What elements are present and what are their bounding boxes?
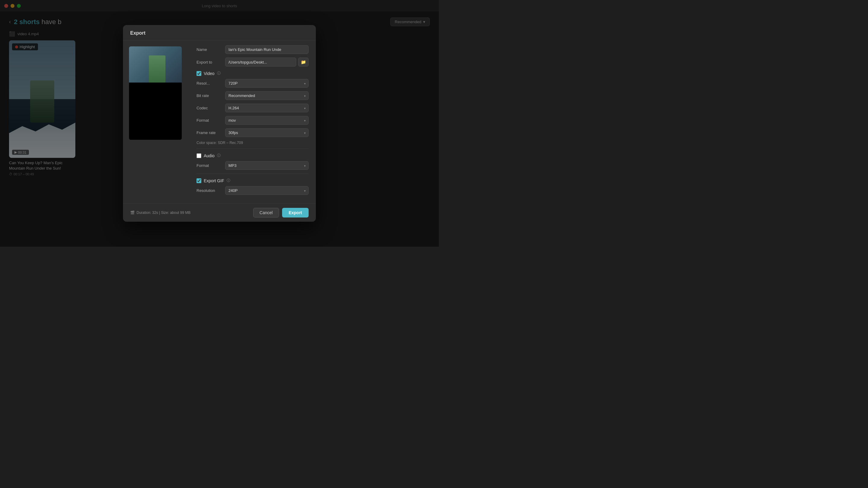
gif-section-header: Export GIF ⓘ [196,178,309,183]
folder-icon: 📁 [301,60,306,64]
gif-resolution-field-row: Resolution 240P 480P 360P ▾ [196,186,309,195]
resolution-select[interactable]: 720P 1080P 480P 360P [225,79,309,88]
gif-section-label: Export GIF [204,178,224,183]
video-checkbox[interactable] [196,71,201,76]
dialog-header: Export [123,25,316,40]
framerate-label: Frame rate [196,130,222,135]
name-label: Name [196,47,222,52]
name-field-row: Name [196,45,309,54]
framerate-field-row: Frame rate 30fps 24fps 60fps ▾ [196,128,309,137]
format-label: Format [196,118,222,123]
bitrate-label: Bit rate [196,93,222,98]
preview-bottom [129,83,182,140]
audio-info-icon: ⓘ [217,153,221,158]
resolution-select-wrapper: 720P 1080P 480P 360P ▾ [225,79,309,88]
modal-overlay: Export Name [0,0,439,247]
gif-info-icon: ⓘ [227,178,230,183]
divider-2 [196,173,309,174]
format-select[interactable]: mov mp4 avi [225,116,309,125]
dialog-footer: 🎬 Duration: 32s | Size: about 99 MB Canc… [123,203,316,222]
format-select-wrapper: mov mp4 avi ▾ [225,116,309,125]
gif-resolution-select[interactable]: 240P 480P 360P [225,186,309,195]
name-input[interactable] [225,45,309,54]
resolution-label: Resol... [196,81,222,86]
divider-1 [196,149,309,149]
video-info-icon: ⓘ [217,71,221,76]
gif-checkbox[interactable] [196,178,201,183]
settings-panel[interactable]: Name Export to 📁 Video [189,40,316,203]
cancel-button[interactable]: Cancel [253,208,279,218]
audio-section-label: Audio [204,153,215,158]
audio-format-label: Format [196,163,222,168]
duration-info: 🎬 Duration: 32s | Size: about 99 MB [130,210,190,215]
video-section-header: Video ⓘ [196,71,309,76]
audio-format-select-wrapper: MP3 AAC WAV ▾ [225,161,309,170]
framerate-select-wrapper: 30fps 24fps 60fps ▾ [225,128,309,137]
preview-panel [123,40,189,203]
audio-section-header: Audio ⓘ [196,153,309,158]
audio-format-select[interactable]: MP3 AAC WAV [225,161,309,170]
gif-resolution-select-wrapper: 240P 480P 360P ▾ [225,186,309,195]
format-field-row: Format mov mp4 avi ▾ [196,116,309,125]
film-icon: 🎬 [130,210,135,215]
gif-resolution-label: Resolution [196,188,222,193]
bitrate-select[interactable]: Recommended High Low [225,91,309,100]
video-section-label: Video [204,71,215,76]
folder-browse-button[interactable]: 📁 [298,58,309,67]
export-to-label: Export to [196,60,222,64]
codec-label: Codec [196,106,222,110]
dialog-title: Export [130,30,146,36]
export-to-input-group: 📁 [225,58,309,67]
codec-field-row: Codec H.264 H.265 ProRes ▾ [196,104,309,112]
export-dialog: Export Name [123,25,316,222]
audio-format-field-row: Format MP3 AAC WAV ▾ [196,161,309,170]
audio-checkbox[interactable] [196,153,201,158]
bitrate-field-row: Bit rate Recommended High Low ▾ [196,91,309,100]
export-to-field-row: Export to 📁 [196,58,309,67]
bitrate-select-wrapper: Recommended High Low ▾ [225,91,309,100]
preview-figure [149,56,165,83]
resolution-field-row: Resol... 720P 1080P 480P 360P ▾ [196,79,309,88]
export-button[interactable]: Export [282,208,309,218]
preview-top [129,46,182,83]
duration-text: Duration: 32s | Size: about 99 MB [136,210,190,215]
color-space-text: Color space: SDR – Rec.709 [196,141,309,145]
dialog-body: Name Export to 📁 Video [123,40,316,203]
framerate-select[interactable]: 30fps 24fps 60fps [225,128,309,137]
export-path-input[interactable] [225,58,296,67]
footer-buttons: Cancel Export [253,208,309,218]
codec-select-wrapper: H.264 H.265 ProRes ▾ [225,104,309,112]
preview-thumbnail [129,46,182,140]
codec-select[interactable]: H.264 H.265 ProRes [225,104,309,112]
